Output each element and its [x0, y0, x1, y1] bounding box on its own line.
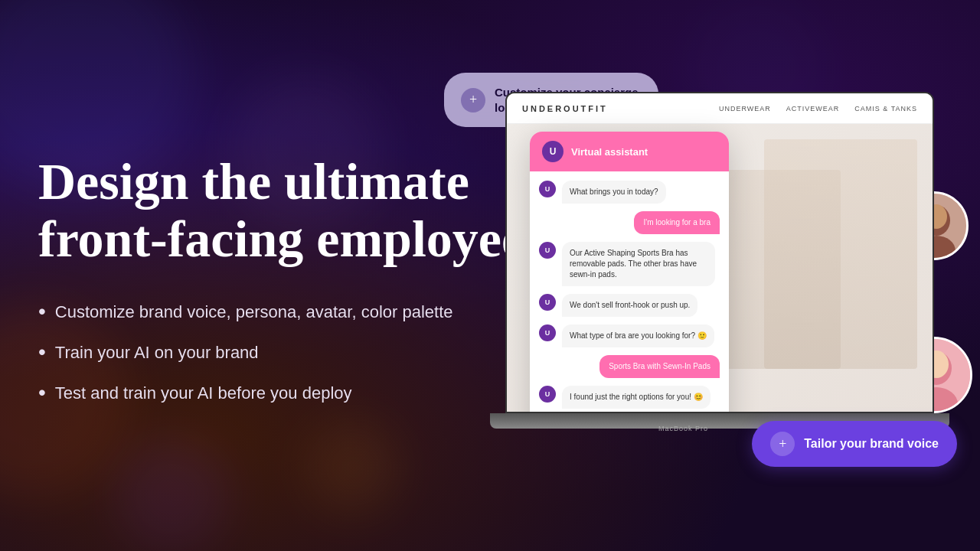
feature-text-3: Test and train your AI before you deploy	[55, 380, 352, 406]
website-header: UNDEROUTFIT UNDERWEAR ACTIVEWEAR CAMIS &…	[507, 93, 933, 124]
chat-bubble-1: What brings you in today?	[562, 181, 666, 204]
chat-body: U What brings you in today? I'm looking …	[530, 171, 729, 413]
chat-msg-6: Sports Bra with Sewn-In Pads	[539, 355, 720, 378]
bot-avatar-3: U	[539, 294, 556, 311]
heading-line1: Design the ultimate	[38, 152, 469, 210]
chat-header-title: Virtual assistant	[571, 146, 648, 158]
chat-bubble-5: I found just the right options for you! …	[562, 386, 710, 409]
bokeh-5	[115, 436, 230, 551]
bot-avatar-5: U	[539, 386, 556, 403]
chat-msg-7: U I found just the right options for you…	[539, 386, 720, 409]
nav-item-2: ACTIVEWEAR	[786, 105, 840, 112]
laptop-screen: UNDEROUTFIT UNDERWEAR ACTIVEWEAR CAMIS &…	[505, 92, 934, 413]
website-logo: UNDEROUTFIT	[522, 104, 608, 113]
tailor-btn-label: Tailor your brand voice	[804, 437, 939, 451]
chat-msg-2: I'm looking for a bra	[539, 211, 720, 234]
chat-bubble-2: Our Active Shaping Sports Bra has remova…	[562, 242, 715, 286]
chat-msg-3: U Our Active Shaping Sports Bra has remo…	[539, 242, 720, 286]
tailor-btn-icon: +	[770, 432, 795, 456]
chat-msg-4: U We don't sell front-hook or push up.	[539, 294, 720, 317]
feature-text-2: Train your AI on your brand	[55, 339, 259, 366]
chat-bubble-user-2: Sports Bra with Sewn-In Pads	[599, 355, 720, 378]
chat-msg-5: U What type of bra are you looking for? …	[539, 324, 720, 347]
bot-avatar-4: U	[539, 324, 556, 341]
chat-bubble-3: We don't sell front-hook or push up.	[562, 294, 697, 317]
tailor-brand-voice-button[interactable]: + Tailor your brand voice	[752, 421, 957, 467]
laptop-brand-label: MacBook Pro	[658, 425, 708, 432]
nav-item-1: UNDERWEAR	[719, 105, 771, 112]
chat-msg-1: U What brings you in today?	[539, 181, 720, 204]
chat-bubble-4: What type of bra are you looking for? 🙂	[562, 324, 714, 347]
product-image-2	[718, 170, 841, 369]
nav-item-3: CAMIS & TANKS	[854, 105, 917, 112]
bokeh-6	[306, 421, 398, 513]
chat-bubble-user-1: I'm looking for a bra	[634, 211, 720, 234]
chat-header: U Virtual assistant	[530, 132, 729, 171]
laptop-frame: UNDEROUTFIT UNDERWEAR ACTIVEWEAR CAMIS &…	[505, 92, 949, 459]
bot-avatar-1: U	[539, 181, 556, 197]
website-nav: UNDERWEAR ACTIVEWEAR CAMIS & TANKS	[719, 105, 917, 112]
feature-text-1: Customize brand voice, persona, avatar, …	[55, 298, 453, 325]
chat-window: U Virtual assistant U What brings you in…	[530, 132, 729, 413]
chat-header-avatar: U	[542, 141, 564, 162]
right-section: UNDEROUTFIT UNDERWEAR ACTIVEWEAR CAMIS &…	[444, 0, 980, 551]
bot-avatar-2: U	[539, 242, 556, 259]
